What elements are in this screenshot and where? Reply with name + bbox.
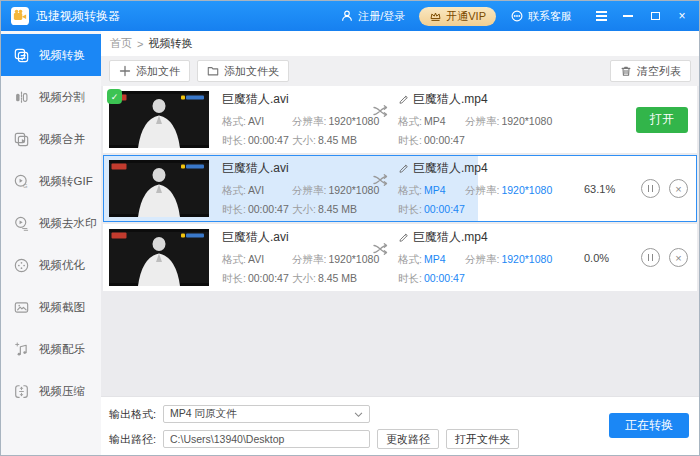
change-path-button[interactable]: 更改路径 xyxy=(377,429,439,449)
open-folder-button[interactable]: 打开文件夹 xyxy=(446,429,519,449)
source-info: 巨魔猎人.avi 格式:AVI 分辨率:1920*1080 时长:00:00:4… xyxy=(222,160,372,217)
sidebar-item-video-to-gif[interactable]: G 视频转GIF xyxy=(1,160,101,202)
open-button[interactable]: 打开 xyxy=(636,107,688,133)
app-window: 迅捷视频转换器 注册/登录 开通VIP 联系客服 × xyxy=(0,0,700,456)
video-merge-icon xyxy=(13,131,30,148)
add-file-button[interactable]: 添加文件 xyxy=(109,60,190,82)
file-row-3[interactable]: 巨魔猎人.avi 格式:AVI 分辨率:1920*1080 时长:00:00:4… xyxy=(103,224,697,291)
sidebar-item-video-compress[interactable]: 视频压缩 xyxy=(1,370,101,412)
output-format: 格式:MP4 xyxy=(398,115,465,129)
convert-button[interactable]: 正在转换 xyxy=(609,413,689,438)
sidebar-item-video-screenshot[interactable]: 视频截图 xyxy=(1,286,101,328)
cancel-button[interactable]: × xyxy=(669,179,688,198)
convert-arrows-icon xyxy=(372,242,392,260)
output-duration: 时长:00:00:47 xyxy=(398,203,465,217)
edit-filename-icon[interactable] xyxy=(398,93,409,107)
close-button[interactable]: × xyxy=(675,9,689,23)
video-frame-image xyxy=(109,229,209,286)
remove-watermark-icon xyxy=(13,215,30,232)
footer-panel: 输出格式: MP4 同原文件 输出路径: 更改路径 打开文件夹 正在转换 xyxy=(101,396,699,455)
edit-filename-icon[interactable] xyxy=(398,162,409,176)
source-format: 格式:AVI xyxy=(222,253,292,267)
cancel-button[interactable]: × xyxy=(669,248,688,267)
source-size: 大小:8.45 MB xyxy=(292,203,379,217)
trash-icon xyxy=(620,65,632,77)
sidebar: 视频转换 视频分割 视频合并 G 视频转GIF 视频去水印 视频优化 xyxy=(1,31,101,455)
output-format: 格式:MP4 xyxy=(398,253,465,267)
app-logo-icon xyxy=(11,7,29,25)
video-compress-icon xyxy=(13,383,30,400)
chat-icon xyxy=(510,9,524,23)
output-format-select[interactable]: MP4 同原文件 xyxy=(163,405,370,423)
minimize-button[interactable] xyxy=(621,9,635,23)
video-convert-icon xyxy=(13,47,30,64)
output-path-input[interactable] xyxy=(163,430,370,448)
source-format: 格式:AVI xyxy=(222,184,292,198)
breadcrumb: 首页 > 视频转换 xyxy=(101,31,699,56)
output-info: 巨魔猎人.mp4 格式:MP4 分辨率:1920*1080 时长:00:00:4… xyxy=(398,229,566,286)
output-filename: 巨魔猎人.mp4 xyxy=(413,160,488,177)
titlebar: 迅捷视频转换器 注册/登录 开通VIP 联系客服 × xyxy=(1,1,699,31)
plus-icon xyxy=(119,65,131,77)
breadcrumb-home[interactable]: 首页 xyxy=(110,36,132,51)
support-button[interactable]: 联系客服 xyxy=(510,9,572,24)
breadcrumb-current: 视频转换 xyxy=(148,36,192,51)
sidebar-item-remove-watermark[interactable]: 视频去水印 xyxy=(1,202,101,244)
source-duration: 时长:00:00:47 xyxy=(222,272,292,286)
video-music-icon xyxy=(13,341,30,358)
sidebar-item-video-music[interactable]: 视频配乐 xyxy=(1,328,101,370)
sidebar-item-video-optimize[interactable]: 视频优化 xyxy=(1,244,101,286)
file-list: ✓ 巨魔猎人.avi 格式:AVI 分辨率:1920*1080 时长:00:00… xyxy=(101,86,699,293)
output-resolution: 分辨率:1920*1080 xyxy=(465,184,566,198)
pause-button[interactable] xyxy=(641,179,660,198)
pause-button[interactable] xyxy=(641,248,660,267)
video-frame-image xyxy=(109,91,209,148)
output-duration: 时长:00:00:47 xyxy=(398,134,465,148)
output-path-label: 输出路径: xyxy=(109,432,163,447)
video-split-icon xyxy=(13,89,30,106)
output-resolution: 分辨率:1920*1080 xyxy=(465,253,566,267)
file-row-2[interactable]: 巨魔猎人.avi 格式:AVI 分辨率:1920*1080 时长:00:00:4… xyxy=(103,155,697,222)
file-row-1[interactable]: ✓ 巨魔猎人.avi 格式:AVI 分辨率:1920*1080 时长:00:00… xyxy=(103,86,697,153)
add-folder-button[interactable]: 添加文件夹 xyxy=(197,60,289,82)
video-screenshot-icon xyxy=(13,299,30,316)
chevron-down-icon xyxy=(354,408,363,420)
toolbar: 添加文件 添加文件夹 清空列表 xyxy=(101,56,699,86)
source-duration: 时长:00:00:47 xyxy=(222,203,292,217)
output-format-label: 输出格式: xyxy=(109,407,163,422)
list-empty-area xyxy=(101,293,699,396)
output-filename: 巨魔猎人.mp4 xyxy=(413,91,488,108)
source-resolution: 分辨率:1920*1080 xyxy=(292,184,379,198)
vip-button[interactable]: 开通VIP xyxy=(419,7,496,26)
source-filename: 巨魔猎人.avi xyxy=(222,160,372,177)
menu-icon[interactable] xyxy=(594,9,608,23)
video-thumbnail xyxy=(109,229,209,286)
source-resolution: 分辨率:1920*1080 xyxy=(292,253,379,267)
output-filename: 巨魔猎人.mp4 xyxy=(413,229,488,246)
source-format: 格式:AVI xyxy=(222,115,292,129)
sidebar-item-video-merge[interactable]: 视频合并 xyxy=(1,118,101,160)
output-info: 巨魔猎人.mp4 格式:MP4 分辨率:1920*1080 时长:00:00:4… xyxy=(398,160,566,217)
source-filename: 巨魔猎人.avi xyxy=(222,91,372,108)
folder-icon xyxy=(207,65,219,77)
maximize-button[interactable] xyxy=(648,9,662,23)
progress-percent: 63.1% xyxy=(584,183,632,195)
login-button[interactable]: 注册/登录 xyxy=(340,9,405,24)
breadcrumb-separator: > xyxy=(137,38,143,50)
output-format: 格式:MP4 xyxy=(398,184,465,198)
source-info: 巨魔猎人.avi 格式:AVI 分辨率:1920*1080 时长:00:00:4… xyxy=(222,229,372,286)
source-resolution: 分辨率:1920*1080 xyxy=(292,115,379,129)
sidebar-item-video-convert[interactable]: 视频转换 xyxy=(1,34,101,76)
convert-arrows-icon xyxy=(372,173,392,191)
sidebar-item-video-split[interactable]: 视频分割 xyxy=(1,76,101,118)
clear-list-button[interactable]: 清空列表 xyxy=(610,60,691,82)
output-info: 巨魔猎人.mp4 格式:MP4 分辨率:1920*1080 时长:00:00:4… xyxy=(398,91,566,148)
edit-filename-icon[interactable] xyxy=(398,231,409,245)
source-size: 大小:8.45 MB xyxy=(292,272,379,286)
source-size: 大小:8.45 MB xyxy=(292,134,379,148)
video-to-gif-icon: G xyxy=(13,173,30,190)
video-frame-image xyxy=(109,160,209,217)
user-icon xyxy=(340,9,354,23)
pause-icon xyxy=(648,185,653,192)
convert-arrows-icon xyxy=(372,104,392,122)
